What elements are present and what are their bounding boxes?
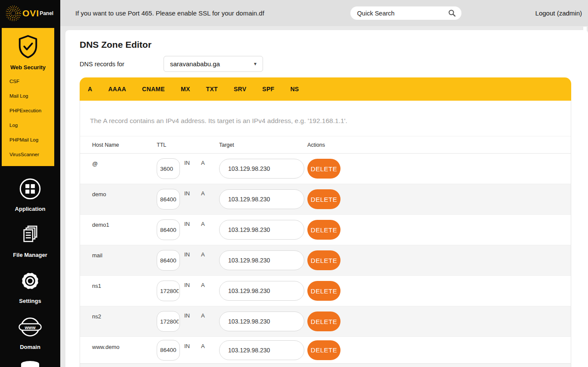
host-name: www.demo xyxy=(92,337,157,350)
sidebar-item-settings[interactable]: Settings xyxy=(0,269,60,304)
ttl-input[interactable] xyxy=(157,311,180,332)
tab-txt[interactable]: TXT xyxy=(206,86,218,93)
tab-ns[interactable]: NS xyxy=(290,86,299,93)
actions-cell: DELETE xyxy=(307,281,571,301)
delete-button[interactable]: DELETE xyxy=(307,340,340,360)
target-cell xyxy=(219,281,307,301)
delete-button[interactable]: DELETE xyxy=(307,250,340,270)
table-row: www.demo IN A DELETE xyxy=(80,337,571,364)
host-name: @ xyxy=(92,154,157,167)
delete-button[interactable]: DELETE xyxy=(307,189,340,209)
record-type-tabs: A AAAA CNAME MX TXT SRV SPF NS xyxy=(80,77,571,101)
tab-a[interactable]: A xyxy=(88,86,92,93)
logo-text-primary: OVI xyxy=(22,8,39,19)
record-type: A xyxy=(201,306,205,319)
target-cell xyxy=(219,250,307,270)
host-name: demo1 xyxy=(92,215,157,228)
sidebar: Web Security CSF Mail Log PHPExecution L… xyxy=(0,27,60,367)
shield-check-icon[interactable] xyxy=(16,34,40,59)
ttl-input[interactable] xyxy=(157,281,180,301)
ttl-cell: IN A xyxy=(157,184,219,214)
application-grid-icon xyxy=(19,177,42,200)
target-input[interactable] xyxy=(219,311,304,331)
tab-spf[interactable]: SPF xyxy=(262,86,274,93)
actions-cell: DELETE xyxy=(307,220,571,240)
logout-link[interactable]: Logout (zadmin) xyxy=(535,9,582,17)
tab-srv[interactable]: SRV xyxy=(234,86,246,93)
ttl-input[interactable] xyxy=(157,250,180,271)
sidebar-label-file-manager: File Manager xyxy=(0,252,60,258)
table-row: demo IN A DELETE xyxy=(80,184,571,215)
scrollbar-track[interactable] xyxy=(583,27,587,367)
ttl-cell: IN A xyxy=(157,215,219,245)
record-type: A xyxy=(201,337,205,349)
top-bar-right: If you want to use Port 465. Please enab… xyxy=(60,0,588,27)
delete-button[interactable]: DELETE xyxy=(307,159,340,179)
next-row-partial xyxy=(80,364,571,367)
sidebar-label-application: Application xyxy=(0,206,60,212)
gear-icon xyxy=(19,269,42,293)
sidebar-item-log[interactable]: Log xyxy=(2,118,54,133)
delete-button[interactable]: DELETE xyxy=(307,220,340,240)
target-cell xyxy=(219,189,307,209)
delete-button[interactable]: DELETE xyxy=(307,281,340,301)
ttl-cell: IN A xyxy=(157,306,219,336)
target-input[interactable] xyxy=(219,189,304,209)
target-input[interactable] xyxy=(219,340,304,360)
ttl-input[interactable] xyxy=(157,189,180,210)
database-icon[interactable] xyxy=(19,361,41,367)
column-header-target: Target xyxy=(219,142,307,148)
ttl-cell: IN A xyxy=(157,337,219,363)
sidebar-item-domain[interactable]: www Domain xyxy=(0,315,60,350)
search-icon[interactable] xyxy=(448,9,456,18)
ttl-cell: IN A xyxy=(157,276,219,306)
domain-select[interactable]: saravanababu.ga ▼ xyxy=(164,56,263,72)
delete-button[interactable]: DELETE xyxy=(307,311,340,331)
host-name: mail xyxy=(92,245,157,259)
sidebar-item-mail-log[interactable]: Mail Log xyxy=(2,89,54,103)
record-type: A xyxy=(201,245,205,258)
tab-aaaa[interactable]: AAAA xyxy=(108,86,126,93)
record-class: IN xyxy=(184,245,190,258)
record-class: IN xyxy=(184,184,190,197)
quick-search[interactable] xyxy=(350,6,461,20)
quick-search-input[interactable] xyxy=(357,10,448,17)
target-cell xyxy=(219,159,307,179)
record-type: A xyxy=(201,184,205,197)
records-for-row: DNS records for saravanababu.ga ▼ xyxy=(80,56,588,72)
target-input[interactable] xyxy=(219,250,304,270)
logo[interactable]: OVI Panel xyxy=(0,0,60,27)
svg-text:www: www xyxy=(25,325,36,330)
sidebar-label-domain: Domain xyxy=(0,344,60,350)
record-class: IN xyxy=(184,337,190,349)
chevron-down-icon: ▼ xyxy=(253,62,257,66)
ttl-input[interactable] xyxy=(157,340,180,361)
sidebar-item-csf[interactable]: CSF xyxy=(2,74,54,89)
target-input[interactable] xyxy=(219,220,304,240)
sidebar-item-phpmail-log[interactable]: PHPMail Log xyxy=(2,133,54,147)
record-type: A xyxy=(201,276,205,288)
record-class: IN xyxy=(184,276,190,288)
sidebar-item-file-manager[interactable]: File Manager xyxy=(0,223,60,258)
target-cell xyxy=(219,311,307,331)
record-class: IN xyxy=(184,306,190,319)
table-row: @ IN A DELETE xyxy=(80,154,571,184)
sidebar-item-virusscanner[interactable]: VirusScanner xyxy=(2,147,54,162)
target-input[interactable] xyxy=(219,281,304,301)
record-class: IN xyxy=(184,215,190,227)
top-bar: OVI Panel If you want to use Port 465. P… xyxy=(0,0,588,27)
table-row: demo1 IN A DELETE xyxy=(80,215,571,245)
tab-cname[interactable]: CNAME xyxy=(142,86,165,93)
ttl-input[interactable] xyxy=(157,158,180,179)
tab-mx[interactable]: MX xyxy=(181,86,190,93)
target-cell xyxy=(219,220,307,240)
ttl-input[interactable] xyxy=(157,219,180,240)
sidebar-group-web-security: Web Security CSF Mail Log PHPExecution L… xyxy=(2,28,54,166)
sidebar-item-application[interactable]: Application xyxy=(0,177,60,212)
target-input[interactable] xyxy=(219,159,304,179)
sidebar-item-web-security[interactable]: Web Security xyxy=(2,64,54,71)
sidebar-item-phpexecution[interactable]: PHPExecution xyxy=(2,103,54,118)
page-title: DNS Zone Editor xyxy=(65,30,588,50)
logo-sunburst-icon xyxy=(6,5,22,22)
host-name: ns2 xyxy=(92,306,157,320)
